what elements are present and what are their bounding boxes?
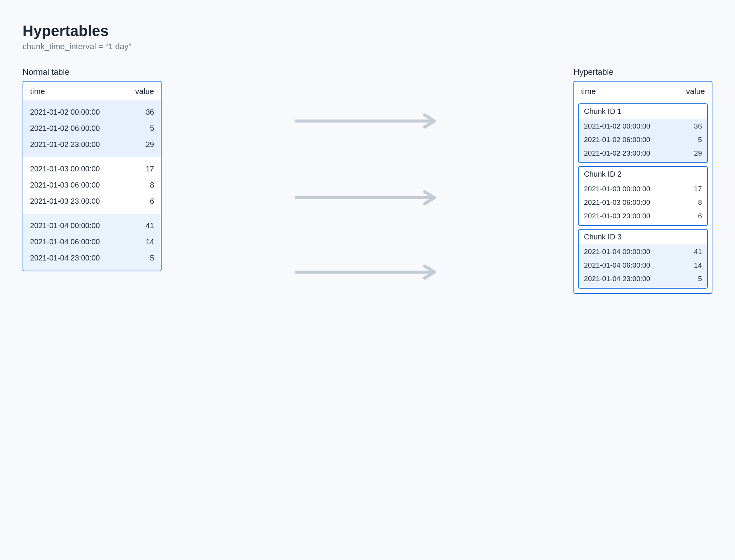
hypertable-label: Hypertable [573, 67, 712, 77]
arrows-column [162, 67, 573, 309]
table-row: 2021-01-02 23:00:0029 [30, 136, 154, 153]
time-cell: 2021-01-04 00:00:00 [30, 221, 128, 230]
time-cell: 2021-01-04 23:00:00 [30, 254, 128, 262]
chunk: Chunk ID 12021-01-02 00:00:00362021-01-0… [578, 103, 708, 163]
time-cell: 2021-01-02 00:00:00 [584, 122, 676, 130]
table-row: 2021-01-04 06:00:0014 [584, 259, 702, 272]
time-cell: 2021-01-04 06:00:00 [30, 238, 128, 246]
normal-table-group: 2021-01-02 00:00:00362021-01-02 06:00:00… [23, 100, 161, 157]
value-cell: 36 [128, 108, 154, 117]
table-row: 2021-01-02 23:00:0029 [584, 147, 702, 160]
chunk-header: Chunk ID 1 [579, 104, 707, 119]
value-cell: 14 [676, 261, 702, 269]
value-cell: 14 [128, 238, 154, 246]
chunk-body: 2021-01-02 00:00:00362021-01-02 06:00:00… [579, 119, 707, 162]
hypertable-column: Hypertable time value Chunk ID 12021-01-… [573, 67, 712, 294]
header-value: value [679, 87, 705, 96]
normal-table-column: Normal table time value 2021-01-02 00:00… [23, 67, 162, 271]
normal-table-group: 2021-01-04 00:00:00412021-01-04 06:00:00… [23, 214, 161, 271]
time-cell: 2021-01-02 23:00:00 [30, 140, 128, 149]
table-row: 2021-01-02 00:00:0036 [30, 104, 154, 120]
value-cell: 8 [128, 181, 154, 189]
arrow-1 [173, 82, 562, 160]
value-cell: 29 [128, 140, 154, 149]
arrow-2 [173, 160, 562, 235]
chunk-body: 2021-01-03 00:00:00172021-01-03 06:00:00… [579, 182, 707, 225]
table-row: 2021-01-04 00:00:0041 [30, 218, 154, 234]
hypertable-header: time value [578, 82, 708, 100]
table-row: 2021-01-03 06:00:008 [30, 177, 154, 193]
time-cell: 2021-01-02 00:00:00 [30, 108, 128, 117]
value-cell: 36 [676, 122, 702, 130]
time-cell: 2021-01-04 06:00:00 [584, 261, 676, 269]
value-cell: 17 [128, 165, 154, 173]
normal-table-group: 2021-01-03 00:00:00172021-01-03 06:00:00… [23, 157, 161, 214]
chunk-header: Chunk ID 2 [579, 167, 707, 182]
arrow-right-icon [173, 264, 562, 280]
value-cell: 29 [676, 149, 702, 157]
chunk-body: 2021-01-04 00:00:00412021-01-04 06:00:00… [579, 244, 707, 288]
time-cell: 2021-01-03 23:00:00 [30, 197, 128, 206]
time-cell: 2021-01-03 06:00:00 [584, 198, 676, 207]
table-row: 2021-01-03 00:00:0017 [30, 161, 154, 177]
table-row: 2021-01-04 06:00:0014 [30, 234, 154, 250]
chunk-header: Chunk ID 3 [579, 230, 707, 244]
value-cell: 6 [676, 212, 702, 220]
page-title: Hypertables [23, 23, 712, 39]
value-cell: 41 [128, 221, 154, 230]
time-cell: 2021-01-04 00:00:00 [584, 248, 676, 256]
normal-table-label: Normal table [23, 67, 162, 77]
table-row: 2021-01-04 00:00:0041 [584, 245, 702, 259]
table-row: 2021-01-03 23:00:006 [584, 209, 702, 223]
time-cell: 2021-01-03 00:00:00 [30, 165, 128, 173]
chunk: Chunk ID 32021-01-04 00:00:00412021-01-0… [578, 229, 708, 289]
hypertable-box: time value Chunk ID 12021-01-02 00:00:00… [573, 81, 712, 294]
time-cell: 2021-01-02 23:00:00 [584, 149, 676, 157]
normal-table-box: time value 2021-01-02 00:00:00362021-01-… [23, 81, 162, 271]
value-cell: 5 [128, 124, 154, 133]
chunk: Chunk ID 22021-01-03 00:00:00172021-01-0… [578, 166, 708, 226]
value-cell: 5 [676, 275, 702, 283]
table-row: 2021-01-03 23:00:006 [30, 193, 154, 209]
value-cell: 41 [676, 248, 702, 256]
time-cell: 2021-01-02 06:00:00 [30, 124, 128, 133]
table-row: 2021-01-02 06:00:005 [584, 133, 702, 147]
table-row: 2021-01-03 06:00:008 [584, 196, 702, 209]
arrow-right-icon [173, 113, 562, 129]
header-time: time [581, 87, 679, 96]
arrow-right-icon [173, 189, 562, 206]
time-cell: 2021-01-03 06:00:00 [30, 181, 128, 189]
value-cell: 5 [676, 136, 702, 144]
header-value: value [128, 87, 154, 96]
time-cell: 2021-01-03 23:00:00 [584, 212, 676, 220]
value-cell: 5 [128, 254, 154, 262]
time-cell: 2021-01-03 00:00:00 [584, 185, 676, 193]
time-cell: 2021-01-02 06:00:00 [584, 136, 676, 144]
table-row: 2021-01-02 06:00:005 [30, 120, 154, 136]
header-time: time [30, 87, 128, 96]
page-subtitle: chunk_time_interval = “1 day” [23, 42, 712, 51]
value-cell: 8 [676, 198, 702, 207]
normal-table-header: time value [23, 82, 161, 100]
value-cell: 6 [128, 197, 154, 206]
diagram-columns: Normal table time value 2021-01-02 00:00… [23, 67, 712, 309]
table-row: 2021-01-02 00:00:0036 [584, 120, 702, 133]
table-row: 2021-01-04 23:00:005 [584, 272, 702, 286]
table-row: 2021-01-04 23:00:005 [30, 250, 154, 266]
arrow-3 [173, 235, 562, 309]
table-row: 2021-01-03 00:00:0017 [584, 182, 702, 196]
value-cell: 17 [676, 185, 702, 193]
time-cell: 2021-01-04 23:00:00 [584, 275, 676, 283]
